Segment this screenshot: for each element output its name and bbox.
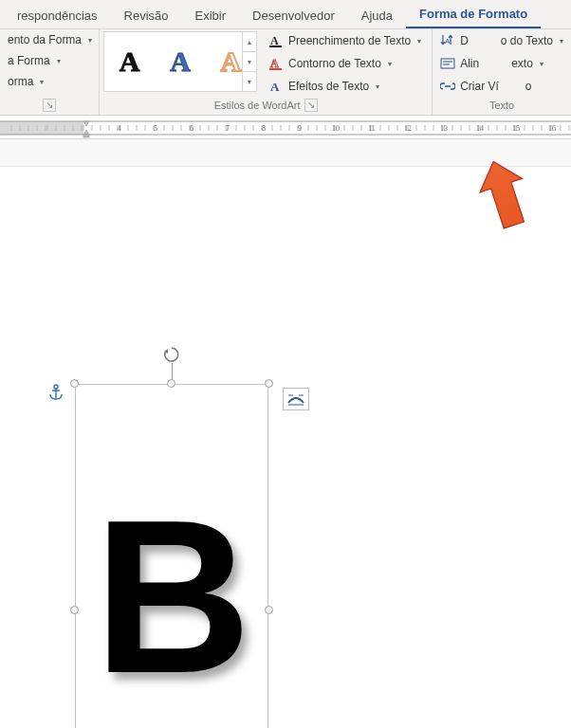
rotation-handle[interactable] [163, 346, 180, 363]
svg-text:11: 11 [368, 124, 376, 133]
label-a: D [460, 34, 469, 47]
align-text-icon [440, 56, 455, 71]
svg-text:12: 12 [404, 124, 412, 133]
document-area[interactable]: B [0, 139, 571, 728]
resize-handle-w[interactable] [70, 606, 79, 614]
svg-rect-6 [441, 59, 454, 68]
gallery-scroll[interactable]: ▴▾▾ [242, 32, 256, 91]
svg-text:A: A [270, 80, 280, 94]
create-link-icon [440, 79, 455, 94]
layout-options-button[interactable] [283, 388, 309, 410]
ribbon-tabs: respondências Revisão Exibir Desenvolved… [0, 0, 571, 29]
label-a: Criar Ví [460, 80, 499, 93]
horizontal-ruler[interactable]: 45678910111213141516 [0, 116, 571, 139]
text-fill-icon: A [268, 33, 284, 48]
wordart-preset-1[interactable]: A [120, 46, 140, 78]
shape-outline-button[interactable]: a Forma▾ [4, 52, 96, 69]
wordart-preset-2[interactable]: A [170, 46, 191, 78]
text-effects-button[interactable]: A Efeitos de Texto▾ [265, 77, 425, 96]
app-frame: respondências Revisão Exibir Desenvolved… [0, 0, 571, 728]
svg-text:A: A [270, 57, 279, 70]
wordart-group-label: Estilos de WordArt [214, 100, 301, 111]
wordart-group-launcher-icon[interactable]: ↘ [304, 99, 318, 112]
wordart-preset-3[interactable]: A [220, 46, 241, 78]
tab-correspondencias[interactable]: respondências [4, 3, 111, 28]
align-text-button[interactable]: Alin xxxx exto▾ [436, 54, 567, 73]
label: Efeitos de Texto [288, 80, 369, 93]
label-b: o [525, 80, 532, 93]
text-outline-icon: A [268, 56, 284, 71]
svg-text:5: 5 [154, 124, 157, 133]
resize-handle-e[interactable] [265, 606, 273, 614]
svg-rect-3 [269, 68, 282, 70]
wordart-gallery[interactable]: A A A ▴▾▾ [103, 31, 257, 92]
shape-fill-button[interactable]: ento da Forma▾ [4, 31, 96, 48]
label-b: exto [511, 57, 533, 70]
resize-handle-nw[interactable] [70, 379, 79, 388]
group-text: A D xxxx o do Texto▾ Alin xxxx exto▾ [433, 29, 571, 115]
tab-exibir[interactable]: Exibir [182, 3, 240, 28]
text-direction-button[interactable]: A D xxxx o do Texto▾ [436, 31, 567, 50]
svg-text:16: 16 [548, 124, 556, 133]
svg-text:9: 9 [298, 124, 302, 133]
svg-text:7: 7 [226, 124, 230, 133]
ribbon: ento da Forma▾ a Forma▾ orma▾ ↘ A A A [0, 29, 571, 116]
wordart-text[interactable]: B [94, 488, 251, 706]
svg-text:10: 10 [332, 124, 340, 133]
group-wordart-styles: A A A ▴▾▾ A Preenchimento de Texto▾ A [100, 29, 433, 115]
label-a: Alin [460, 57, 479, 70]
svg-text:6: 6 [190, 124, 193, 133]
rotation-stem [172, 363, 173, 380]
svg-point-109 [54, 385, 58, 389]
group-shape-styles: ento da Forma▾ a Forma▾ orma▾ ↘ [0, 29, 100, 115]
label: a Forma [8, 54, 50, 67]
svg-text:A: A [270, 34, 279, 47]
anchor-icon[interactable] [47, 384, 64, 401]
text-outline-button[interactable]: A Contorno de Texto▾ [265, 54, 425, 73]
svg-text:A: A [445, 37, 451, 46]
label: Preenchimento de Texto [288, 34, 411, 47]
svg-text:13: 13 [440, 124, 448, 133]
svg-text:8: 8 [262, 124, 266, 133]
svg-rect-1 [269, 46, 282, 47]
svg-text:15: 15 [512, 124, 520, 133]
shape-effects-button[interactable]: orma▾ [4, 73, 96, 90]
label: ento da Forma [8, 33, 82, 46]
text-effects-icon: A [268, 79, 284, 94]
text-fill-button[interactable]: A Preenchimento de Texto▾ [265, 31, 425, 50]
textbox-selection[interactable]: B [75, 384, 268, 728]
tab-desenvolvedor[interactable]: Desenvolvedor [239, 3, 348, 28]
resize-handle-ne[interactable] [265, 379, 273, 388]
label: orma [8, 75, 33, 88]
tab-forma-de-formato[interactable]: Forma de Formato [406, 1, 541, 28]
tab-revisao[interactable]: Revisão [111, 3, 182, 28]
tab-ajuda[interactable]: Ajuda [348, 3, 406, 28]
text-direction-icon: A [440, 33, 455, 48]
shape-group-launcher-icon[interactable]: ↘ [43, 99, 56, 112]
svg-rect-10 [0, 121, 83, 135]
label: Contorno de Texto [288, 57, 381, 70]
svg-text:4: 4 [118, 124, 121, 133]
svg-rect-15 [83, 135, 89, 137]
resize-handle-n[interactable] [167, 379, 175, 388]
label-b: o do Texto [501, 34, 553, 47]
svg-text:14: 14 [476, 124, 484, 133]
create-link-button[interactable]: Criar Ví xxx o [436, 77, 567, 96]
text-group-label: Texto [489, 100, 514, 111]
